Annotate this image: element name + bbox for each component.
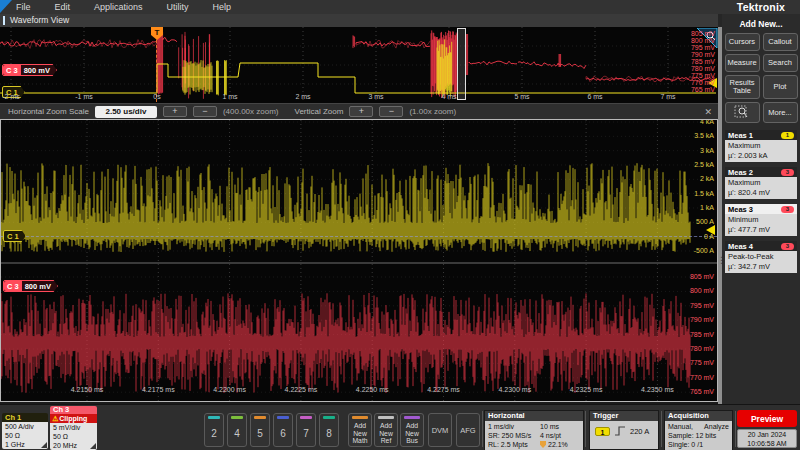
menu-bar: FileEditApplicationsUtilityHelp Tektroni… (0, 0, 800, 14)
overview-x-tick: 4 ms (441, 93, 456, 100)
zoom-voltage-tick: 775 mV (690, 359, 714, 366)
ch1-badge[interactable]: Ch 1 500 A/div50 Ω1 GHz (2, 413, 48, 449)
preview-button[interactable]: Preview (737, 410, 797, 427)
afg-button[interactable]: AFG (456, 413, 480, 447)
bottom-bar: Ch 1 500 A/div50 Ω1 GHz Ch 3 ⚠Clipping 5… (0, 404, 800, 450)
datetime-display: 20 Jan 2024 10:06:58 AM (737, 429, 797, 448)
channel-2-button[interactable]: 2 (204, 413, 224, 447)
meas-source-badge: 3 (781, 243, 794, 250)
acquisition-panel[interactable]: Acquisition Manual,Analyze Sample: 12 bi… (664, 410, 733, 450)
separator (482, 411, 483, 447)
more-button[interactable]: More... (763, 102, 798, 123)
zoom-current-tick: 2.5 kA (694, 161, 714, 168)
channel-6-button[interactable]: 6 (273, 413, 293, 447)
meas-name: Meas 2 (728, 168, 753, 177)
overview-plot[interactable]: T C 3 800 mV C 1 -2 ms-1 ms0s1 ms2 ms3 m… (0, 27, 718, 103)
meas-source-badge: 3 (781, 169, 794, 176)
meas-card-3[interactable]: Meas 33Minimumµ': 477.7 mV (725, 204, 797, 236)
plot-button[interactable]: Plot (763, 75, 798, 99)
vzoom-factor: (1.00x zoom) (409, 107, 456, 116)
resolution: 4 ns/pt (540, 431, 561, 440)
warning-icon: ⚠ (52, 415, 58, 422)
meas-name: Meas 3 (728, 205, 753, 214)
ch3-badge-title: Ch 3 (50, 406, 97, 414)
date-text: 20 Jan 2024 (738, 430, 796, 439)
menu-items: FileEditApplicationsUtilityHelp (0, 2, 255, 12)
zoom-x-tick: 4.2275 ms (427, 386, 460, 393)
expand-arrow-icon (41, 442, 47, 448)
channel-7-button[interactable]: 7 (296, 413, 316, 447)
add-new-ref-button[interactable]: Add New Ref (374, 413, 398, 447)
menu-help[interactable]: Help (213, 2, 246, 12)
channel-8-button[interactable]: 8 (319, 413, 339, 447)
zoom-ch3-badge[interactable]: C 3 800 mV (3, 280, 58, 292)
zoom-plot[interactable]: C 1 C 3 800 mV 4.2150 ms4.2175 ms4.2200 … (0, 119, 718, 402)
overview-x-tick: 0s (153, 93, 160, 100)
zoom-current-tick: 4 kA (700, 119, 714, 125)
acq-sample: Sample: 12 bits (668, 431, 716, 440)
channel-4-button[interactable]: 4 (227, 413, 247, 447)
rising-edge-icon (614, 426, 626, 436)
meas-value: µ': 477.7 mV (728, 225, 794, 235)
zoom-current-tick: 1 kA (700, 204, 714, 211)
meas-value: µ': 342.7 mV (728, 262, 794, 272)
menu-utility[interactable]: Utility (167, 2, 203, 12)
ch3-setting: 50 Ω (50, 432, 97, 441)
zoom-voltage-tick: 785 mV (690, 331, 714, 338)
hzoom-factor: (400.00x zoom) (223, 107, 279, 116)
meas-card-body: Maximumµ': 2.003 kA (725, 140, 797, 162)
zoom-close-icon[interactable]: ✕ (704, 107, 712, 117)
trigger-panel[interactable]: Trigger 1 220 A (589, 410, 659, 450)
waveform-view-tab[interactable]: Waveform View (0, 14, 718, 27)
zoom-ch1-badge[interactable]: C 1 (3, 230, 26, 242)
overview-waveforms (0, 27, 718, 103)
vzoom-label: Vertical Zoom (295, 107, 344, 116)
hzoom-scale-value[interactable]: 2.50 us/div (95, 106, 157, 118)
ch3-badge[interactable]: Ch 3 ⚠Clipping 5 mV/div50 Ω20 MHz (50, 406, 97, 450)
hzoom-plus-button[interactable]: + (163, 106, 187, 117)
meas-card-header: Meas 23 (725, 167, 797, 177)
horizontal-panel[interactable]: Horizontal 1 ms/div10 ms SR: 250 MS/s4 n… (484, 410, 584, 450)
meas-source-badge: 3 (781, 206, 794, 213)
zoom-current-tick: 3 kA (700, 147, 714, 154)
ch3-clipping-warning: ⚠Clipping (50, 414, 97, 423)
analysis-icon-button[interactable] (725, 102, 760, 123)
meas-card-header: Meas 11 (725, 130, 797, 140)
measure-button[interactable]: Measure (725, 54, 760, 72)
zoom-voltage-tick: 765 mV (690, 388, 714, 395)
overview-y-tick: 805 mV (691, 30, 715, 37)
overview-y-tick: 765 mV (691, 86, 715, 93)
dvm-button[interactable]: DVM (428, 413, 452, 447)
menu-edit[interactable]: Edit (55, 2, 85, 12)
hzoom-minus-button[interactable]: − (193, 106, 217, 117)
zoom-x-tick: 4.2225 ms (285, 386, 318, 393)
magnifier-grid-icon (733, 104, 751, 121)
overview-y-tick: 800 mV (691, 37, 715, 44)
meas-card-2[interactable]: Meas 23Maximumµ': 820.4 mV (725, 167, 797, 199)
meas-card-1[interactable]: Meas 11Maximumµ': 2.003 kA (725, 130, 797, 162)
channel-color-stripe (300, 416, 312, 419)
oscilloscope-app: FileEditApplicationsUtilityHelp Tektroni… (0, 0, 800, 450)
menu-file[interactable]: File (16, 2, 45, 12)
expand-arrow-icon (90, 443, 96, 449)
add-new-bus-button[interactable]: Add New Bus (400, 413, 424, 447)
cursors-button[interactable]: Cursors (725, 33, 760, 51)
results-table-button[interactable]: Results Table (725, 75, 760, 99)
ch1-badge-title: Ch 1 (2, 413, 48, 422)
zoom-selection-window[interactable] (457, 28, 466, 100)
channel-5-button[interactable]: 5 (250, 413, 270, 447)
zoom-voltage-tick: 770 mV (690, 374, 714, 381)
hzoom-scale-label: Horizontal Zoom Scale (8, 107, 89, 116)
vzoom-plus-button[interactable]: + (349, 106, 373, 117)
meas-card-4[interactable]: Meas 43Peak-to-Peakµ': 342.7 mV (725, 241, 797, 273)
add-new-math-button[interactable]: Add New Math (348, 413, 372, 447)
callout-button[interactable]: Callout (763, 33, 798, 51)
separator (661, 411, 662, 447)
tektronix-logo: Tektronix (722, 1, 800, 13)
tek-corner-accent (0, 0, 12, 13)
overview-ch3-badge[interactable]: C 3 800 mV (2, 64, 57, 76)
search-button[interactable]: Search (763, 54, 798, 72)
channel-color-stripe (277, 416, 289, 419)
vzoom-minus-button[interactable]: − (379, 106, 403, 117)
menu-applications[interactable]: Applications (94, 2, 157, 12)
